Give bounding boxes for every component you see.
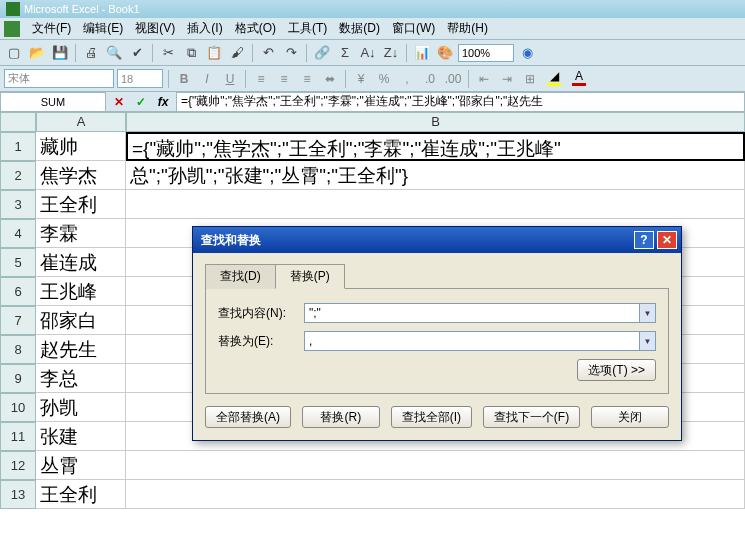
tab-replace[interactable]: 替换(P) xyxy=(275,264,345,289)
cell[interactable]: 李霖 xyxy=(36,219,126,248)
inc-dec-icon[interactable]: .0 xyxy=(420,69,440,89)
fill-color-icon[interactable]: ◢ xyxy=(543,69,565,89)
row-header[interactable]: 13 xyxy=(0,480,36,509)
font-size-input[interactable] xyxy=(117,69,163,88)
paste-icon[interactable]: 📋 xyxy=(204,43,224,63)
select-all-corner[interactable] xyxy=(0,112,36,132)
drawing-icon[interactable]: 🎨 xyxy=(435,43,455,63)
sort-desc-icon[interactable]: Z↓ xyxy=(381,43,401,63)
row-header[interactable]: 6 xyxy=(0,277,36,306)
align-right-icon[interactable]: ≡ xyxy=(297,69,317,89)
menu-edit[interactable]: 编辑(E) xyxy=(77,18,129,39)
replace-dropdown-icon[interactable]: ▼ xyxy=(640,331,656,351)
formula-input[interactable]: ={"藏帅";"焦学杰";"王全利";"李霖";"崔连成";"王兆峰";"邵家白… xyxy=(176,92,745,112)
column-header-a[interactable]: A xyxy=(36,112,126,132)
options-button[interactable]: 选项(T) >> xyxy=(577,359,656,381)
cell[interactable]: 崔连成 xyxy=(36,248,126,277)
fx-icon[interactable]: fx xyxy=(154,93,172,111)
spell-icon[interactable]: ✔ xyxy=(127,43,147,63)
cut-icon[interactable]: ✂ xyxy=(158,43,178,63)
menu-tools[interactable]: 工具(T) xyxy=(282,18,333,39)
menu-format[interactable]: 格式(O) xyxy=(229,18,282,39)
cell[interactable]: 藏帅 xyxy=(36,132,126,161)
close-button[interactable]: 关闭 xyxy=(591,406,669,428)
row-header[interactable]: 12 xyxy=(0,451,36,480)
borders-icon[interactable]: ⊞ xyxy=(520,69,540,89)
row-header[interactable]: 4 xyxy=(0,219,36,248)
row-header[interactable]: 11 xyxy=(0,422,36,451)
chart-icon[interactable]: 📊 xyxy=(412,43,432,63)
replace-all-button[interactable]: 全部替换(A) xyxy=(205,406,291,428)
zoom-input[interactable] xyxy=(458,44,514,62)
dec-dec-icon[interactable]: .00 xyxy=(443,69,463,89)
comma-icon[interactable]: , xyxy=(397,69,417,89)
enter-icon[interactable]: ✓ xyxy=(132,93,150,111)
menu-data[interactable]: 数据(D) xyxy=(333,18,386,39)
new-icon[interactable]: ▢ xyxy=(4,43,24,63)
print-icon[interactable]: 🖨 xyxy=(81,43,101,63)
sum-icon[interactable]: Σ xyxy=(335,43,355,63)
indent-inc-icon[interactable]: ⇥ xyxy=(497,69,517,89)
name-box[interactable] xyxy=(0,92,106,112)
preview-icon[interactable]: 🔍 xyxy=(104,43,124,63)
cell[interactable]: 邵家白 xyxy=(36,306,126,335)
open-icon[interactable]: 📂 xyxy=(27,43,47,63)
find-next-button[interactable]: 查找下一个(F) xyxy=(483,406,580,428)
replace-button[interactable]: 替换(R) xyxy=(302,406,380,428)
find-dropdown-icon[interactable]: ▼ xyxy=(640,303,656,323)
dialog-help-icon[interactable]: ? xyxy=(634,231,654,249)
cell[interactable]: ={"藏帅";"焦学杰";"王全利";"李霖";"崔连成";"王兆峰" xyxy=(126,132,745,161)
tab-find[interactable]: 查找(D) xyxy=(205,264,276,289)
row-header[interactable]: 7 xyxy=(0,306,36,335)
indent-dec-icon[interactable]: ⇤ xyxy=(474,69,494,89)
font-name-input[interactable] xyxy=(4,69,114,88)
row-header[interactable]: 2 xyxy=(0,161,36,190)
row-header[interactable]: 9 xyxy=(0,364,36,393)
cell[interactable] xyxy=(126,190,745,219)
replace-input[interactable] xyxy=(304,331,640,351)
menu-help[interactable]: 帮助(H) xyxy=(441,18,494,39)
menu-file[interactable]: 文件(F) xyxy=(26,18,77,39)
align-center-icon[interactable]: ≡ xyxy=(274,69,294,89)
menu-window[interactable]: 窗口(W) xyxy=(386,18,441,39)
menu-insert[interactable]: 插入(I) xyxy=(181,18,228,39)
cell[interactable]: 赵先生 xyxy=(36,335,126,364)
cancel-icon[interactable]: ✕ xyxy=(110,93,128,111)
font-color-icon[interactable]: A xyxy=(568,69,590,89)
align-left-icon[interactable]: ≡ xyxy=(251,69,271,89)
row-header[interactable]: 8 xyxy=(0,335,36,364)
percent-icon[interactable]: % xyxy=(374,69,394,89)
save-icon[interactable]: 💾 xyxy=(50,43,70,63)
cell[interactable]: 张建 xyxy=(36,422,126,451)
link-icon[interactable]: 🔗 xyxy=(312,43,332,63)
cell[interactable]: 王全利 xyxy=(36,480,126,509)
redo-icon[interactable]: ↷ xyxy=(281,43,301,63)
menu-view[interactable]: 视图(V) xyxy=(129,18,181,39)
cell[interactable]: 王全利 xyxy=(36,190,126,219)
cell[interactable]: 王兆峰 xyxy=(36,277,126,306)
format-painter-icon[interactable]: 🖌 xyxy=(227,43,247,63)
cell[interactable]: 焦学杰 xyxy=(36,161,126,190)
italic-icon[interactable]: I xyxy=(197,69,217,89)
copy-icon[interactable]: ⧉ xyxy=(181,43,201,63)
bold-icon[interactable]: B xyxy=(174,69,194,89)
dialog-titlebar[interactable]: 查找和替换 ? ✕ xyxy=(193,227,681,253)
help-icon[interactable]: ◉ xyxy=(517,43,537,63)
cell[interactable] xyxy=(126,480,745,509)
row-header[interactable]: 3 xyxy=(0,190,36,219)
row-header[interactable]: 1 xyxy=(0,132,36,161)
find-input[interactable] xyxy=(304,303,640,323)
currency-icon[interactable]: ¥ xyxy=(351,69,371,89)
cell[interactable] xyxy=(126,451,745,480)
cell[interactable]: 李总 xyxy=(36,364,126,393)
dialog-close-icon[interactable]: ✕ xyxy=(657,231,677,249)
row-header[interactable]: 5 xyxy=(0,248,36,277)
cell[interactable]: 孙凯 xyxy=(36,393,126,422)
merge-icon[interactable]: ⬌ xyxy=(320,69,340,89)
undo-icon[interactable]: ↶ xyxy=(258,43,278,63)
cell[interactable]: 总";"孙凯";"张建";"丛霄";"王全利"} xyxy=(126,161,745,190)
column-header-b[interactable]: B xyxy=(126,112,745,132)
find-all-button[interactable]: 查找全部(I) xyxy=(391,406,472,428)
cell[interactable]: 丛霄 xyxy=(36,451,126,480)
sort-asc-icon[interactable]: A↓ xyxy=(358,43,378,63)
